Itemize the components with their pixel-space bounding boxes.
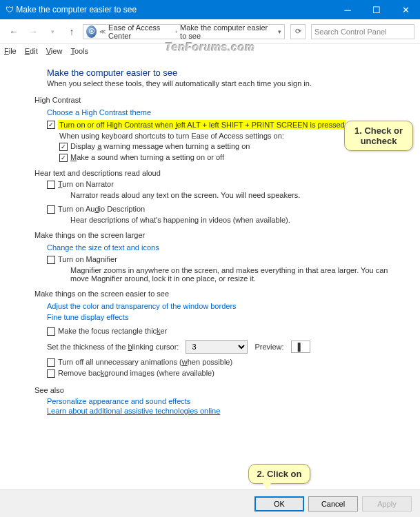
apply-button[interactable]: Apply <box>362 496 412 511</box>
link-personalize[interactable]: Personalize appearance and sound effects <box>47 397 401 405</box>
search-input[interactable]: Search Control Panel <box>311 24 414 39</box>
checkbox-focus-rectangle[interactable]: Make the focus rectangle thicker <box>47 327 401 336</box>
page-heading: Make the computer easier to see <box>47 68 401 78</box>
section-larger: Make things on the screen larger <box>34 231 401 239</box>
checkbox-icon[interactable] <box>47 181 55 189</box>
section-easier: Make things on the screen easier to see <box>34 290 401 298</box>
button-bar: OK Cancel Apply <box>0 489 420 517</box>
cancel-button[interactable]: Cancel <box>308 496 358 511</box>
annotation-2-text: 2. Click on <box>257 469 301 479</box>
back-button[interactable]: ← <box>6 23 22 40</box>
up-button[interactable]: ↑ <box>63 23 80 40</box>
cursor-thickness-row: Set the thickness of the blinking cursor… <box>47 340 401 354</box>
checkbox-narrator[interactable]: Turn on Narrator <box>47 180 401 189</box>
minimize-button[interactable]: ─ <box>333 0 362 19</box>
checkbox-label: Make the focus rectangle thicker <box>58 327 167 335</box>
checkbox-icon[interactable] <box>47 369 55 378</box>
checkbox-icon[interactable] <box>47 358 55 367</box>
cursor-preview: ▌ <box>291 341 310 353</box>
checkbox-icon[interactable] <box>59 143 68 151</box>
menu-view[interactable]: View <box>46 47 63 55</box>
page-subheading: When you select these tools, they will a… <box>47 79 401 88</box>
nav-toolbar: ← → ▾ ↑ ⦿ ≪ Ease of Access Center › Make… <box>0 19 420 44</box>
section-high-contrast: High Contrast <box>34 96 401 104</box>
checkbox-label: Make a sound when turning a setting on o… <box>70 153 224 161</box>
checkbox-label: Turn on Narrator <box>58 180 114 188</box>
magnifier-desc: Magnifier zooms in anywhere on the scree… <box>70 266 401 283</box>
see-also-title: See also <box>34 386 64 394</box>
checkbox-icon[interactable] <box>59 154 68 162</box>
refresh-button[interactable]: ⟳ <box>290 24 306 39</box>
checkbox-turn-off-animations[interactable]: Turn off all unnecessary animations (whe… <box>47 358 401 367</box>
menu-tools[interactable]: Tools <box>70 47 88 55</box>
chevron-right-icon: › <box>175 28 177 35</box>
checkbox-label: Turn on Audio Description <box>58 205 145 213</box>
close-button[interactable]: ✕ <box>391 0 420 19</box>
narrator-desc: Narrator reads aloud any text on the scr… <box>70 191 401 199</box>
link-fine-tune[interactable]: Fine tune display effects <box>47 313 128 321</box>
checkbox-label: Display a warning message when turning a… <box>70 142 250 150</box>
menu-bar: File Edit View Tools <box>0 44 420 58</box>
ease-of-access-icon: ⦿ <box>86 26 97 38</box>
see-also-section: See also Personalize appearance and soun… <box>34 386 401 415</box>
checkbox-magnifier[interactable]: Turn on Magnifier <box>47 255 401 264</box>
annotation-2: 2. Click on <box>248 464 310 484</box>
checkbox-label: Turn on Magnifier <box>58 255 117 263</box>
checkbox-label: Turn on or off High Contrast when left A… <box>58 120 346 130</box>
preview-label: Preview: <box>254 343 283 351</box>
window-controls: ─ ☐ ✕ <box>333 0 420 19</box>
breadcrumb-item[interactable]: Make the computer easier to see <box>180 23 272 40</box>
callout-tail-icon <box>263 483 271 490</box>
maximize-button[interactable]: ☐ <box>362 0 391 19</box>
titlebar: 🛡 Make the computer easier to see ─ ☐ ✕ <box>0 0 420 19</box>
window-title: Make the computer easier to see <box>16 5 333 14</box>
chevron-icon: ≪ <box>99 28 106 35</box>
link-adjust-color[interactable]: Adjust the color and transparency of the… <box>47 302 237 310</box>
cursor-label: Set the thickness of the blinking cursor… <box>47 343 179 351</box>
checkbox-icon[interactable] <box>47 121 55 129</box>
checkbox-icon[interactable] <box>47 327 55 336</box>
breadcrumb-bar[interactable]: ⦿ ≪ Ease of Access Center › Make the com… <box>83 24 285 39</box>
recent-dropdown-icon[interactable]: ▾ <box>44 23 61 40</box>
checkbox-label: Remove background images (where availabl… <box>58 369 214 377</box>
chevron-down-icon[interactable]: ▾ <box>278 28 281 35</box>
link-change-size[interactable]: Change the size of text and icons <box>47 243 159 252</box>
checkbox-icon[interactable] <box>47 205 55 214</box>
ok-button[interactable]: OK <box>254 496 304 511</box>
checkbox-audio-description[interactable]: Turn on Audio Description <box>47 205 401 214</box>
checkbox-icon[interactable] <box>47 256 55 264</box>
menu-file[interactable]: File <box>4 47 17 55</box>
shield-icon: 🛡 <box>6 5 14 14</box>
checkbox-make-sound[interactable]: Make a sound when turning a setting on o… <box>59 153 401 162</box>
cursor-thickness-select[interactable]: 3 <box>186 340 248 354</box>
checkbox-label: Turn off all unnecessary animations (whe… <box>58 358 232 366</box>
link-learn-more[interactable]: Learn about additional assistive technol… <box>47 407 401 415</box>
menu-edit[interactable]: Edit <box>25 47 38 55</box>
forward-button[interactable]: → <box>25 23 41 40</box>
section-hear-text: Hear text and descriptions read aloud <box>34 169 401 177</box>
audio-desc: Hear descriptions of what's happening in… <box>70 216 401 224</box>
content-area: Make the computer easier to see When you… <box>0 58 420 415</box>
annotation-1: 1. Check or uncheck <box>344 121 413 151</box>
link-choose-theme[interactable]: Choose a High Contrast theme <box>47 108 151 116</box>
checkbox-remove-bg[interactable]: Remove background images (where availabl… <box>47 369 401 378</box>
breadcrumb-item[interactable]: Ease of Access Center <box>108 23 172 40</box>
